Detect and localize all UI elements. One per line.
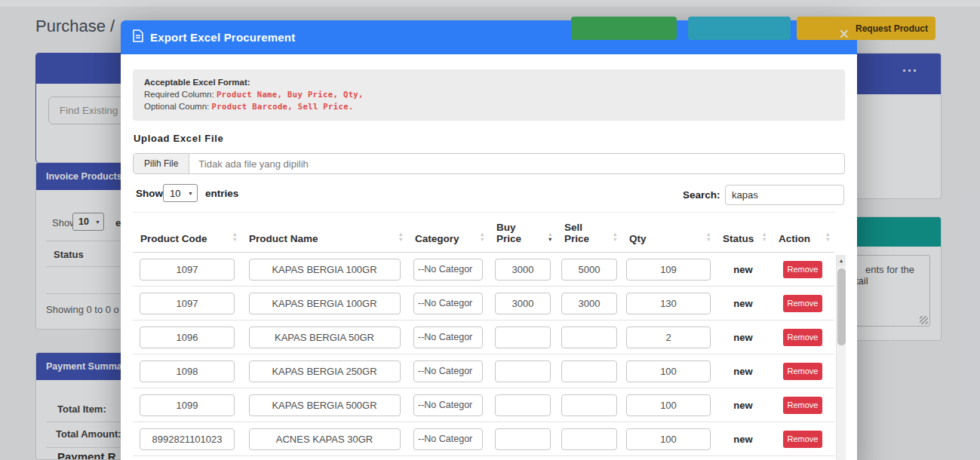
chevron-down-icon: ▼ xyxy=(188,191,193,196)
col-header-label: Status xyxy=(723,233,754,244)
table-page-size-select[interactable]: 10 ▼ xyxy=(163,184,198,202)
col-header-sell-price[interactable]: Sell Price▲▼ xyxy=(557,213,622,252)
remove-button[interactable]: Remove xyxy=(783,329,822,346)
required-label: Required Column: xyxy=(144,90,214,99)
col-header-buy-price[interactable]: Buy Price▲▼ xyxy=(489,213,557,252)
sell-price-input[interactable] xyxy=(561,327,617,348)
optional-label: Optional Coumn: xyxy=(144,102,209,111)
qty-input[interactable] xyxy=(626,327,711,348)
search-label: Search: xyxy=(683,189,720,201)
file-empty-text: Tidak ada file yang dipilih xyxy=(198,158,309,170)
modal-title: Export Excel Procurement xyxy=(150,31,295,44)
format-note: Acceptable Excel Format: Required Column… xyxy=(133,69,845,121)
product-name-input[interactable] xyxy=(249,394,401,416)
export-excel-modal: Export Excel Procurement Acceptable Exce… xyxy=(121,20,857,460)
col-header-qty[interactable]: Qty▲▼ xyxy=(622,213,715,252)
product-code-input[interactable] xyxy=(140,394,235,416)
product-code-input[interactable] xyxy=(140,428,235,450)
category-select[interactable]: --No Categor xyxy=(413,327,483,348)
qty-input[interactable] xyxy=(626,360,711,382)
table-row: --No Categor new Remove xyxy=(133,388,834,422)
product-code-input[interactable] xyxy=(140,360,235,382)
status-text: new xyxy=(733,264,752,275)
product-name-input[interactable] xyxy=(249,259,401,281)
sell-price-input[interactable] xyxy=(561,259,617,281)
category-select[interactable]: --No Categor xyxy=(413,394,483,416)
remove-button[interactable]: Remove xyxy=(783,431,822,448)
product-name-input[interactable] xyxy=(249,360,401,382)
sort-icon: ▲▼ xyxy=(398,232,404,242)
buy-price-input[interactable] xyxy=(495,293,551,314)
table-row: --No Categor new Remove xyxy=(133,354,834,388)
status-text: new xyxy=(733,366,752,377)
products-table: Product Code▲▼ Product Name▲▼ Category▲▼… xyxy=(133,212,834,456)
remove-button[interactable]: Remove xyxy=(783,397,822,414)
col-header-label: Sell Price xyxy=(564,222,596,244)
page-size-value: 10 xyxy=(170,188,180,199)
green-action-button[interactable] xyxy=(571,17,677,40)
col-header-label: Qty xyxy=(629,233,647,244)
table-header-row: Product Code▲▼ Product Name▲▼ Category▲▼… xyxy=(133,212,834,253)
buy-price-input[interactable] xyxy=(495,394,551,416)
table-row: --No Categor new Remove xyxy=(133,320,834,354)
qty-input[interactable] xyxy=(626,394,711,416)
sell-price-input[interactable] xyxy=(561,360,617,382)
excel-file-icon xyxy=(133,29,143,45)
category-select[interactable]: --No Categor xyxy=(413,293,483,314)
buy-price-input[interactable] xyxy=(495,428,551,450)
status-text: new xyxy=(733,400,752,411)
close-icon[interactable]: × xyxy=(833,23,856,45)
col-header-label: Buy Price xyxy=(496,222,528,244)
qty-input[interactable] xyxy=(626,293,711,314)
table-scrollbar[interactable]: ▲ xyxy=(836,255,846,460)
sort-icon: ▲▼ xyxy=(706,232,711,242)
product-code-input[interactable] xyxy=(140,259,235,281)
product-code-input[interactable] xyxy=(140,327,235,348)
product-code-input[interactable] xyxy=(140,293,235,314)
remove-button[interactable]: Remove xyxy=(783,295,822,312)
request-product-button[interactable]: Request Product xyxy=(797,17,935,40)
col-header-category[interactable]: Category▲▼ xyxy=(407,213,489,252)
sort-icon: ▲▼ xyxy=(548,232,553,242)
buy-price-input[interactable] xyxy=(495,259,551,281)
file-input[interactable]: Pilih File Tidak ada file yang dipilih xyxy=(133,153,845,174)
col-header-label: Category xyxy=(415,233,459,244)
scrollbar-thumb[interactable] xyxy=(837,268,846,345)
remove-button[interactable]: Remove xyxy=(783,261,822,278)
choose-file-button[interactable]: Pilih File xyxy=(134,154,189,173)
col-header-product-name[interactable]: Product Name▲▼ xyxy=(241,213,407,252)
sort-icon: ▲▼ xyxy=(825,232,831,242)
optional-columns: Product Barcode, Sell Price. xyxy=(212,102,354,111)
remove-button[interactable]: Remove xyxy=(783,363,822,380)
status-text: new xyxy=(733,434,752,445)
teal-action-button[interactable] xyxy=(688,17,791,40)
sell-price-input[interactable] xyxy=(561,293,617,314)
col-header-status[interactable]: Status▲▼ xyxy=(715,213,771,252)
sell-price-input[interactable] xyxy=(561,428,617,450)
col-header-label: Action xyxy=(779,233,810,244)
col-header-action[interactable]: Action▲▼ xyxy=(771,213,834,252)
category-select[interactable]: --No Categor xyxy=(413,428,483,450)
sell-price-input[interactable] xyxy=(561,394,617,416)
qty-input[interactable] xyxy=(626,428,711,450)
buy-price-input[interactable] xyxy=(495,327,551,348)
sort-icon: ▲▼ xyxy=(613,232,618,242)
product-name-input[interactable] xyxy=(249,428,401,450)
show-label: Show xyxy=(136,188,163,199)
category-select[interactable]: --No Categor xyxy=(413,360,483,382)
qty-input[interactable] xyxy=(626,259,711,281)
buy-price-input[interactable] xyxy=(495,360,551,382)
col-header-label: Product Name xyxy=(249,233,318,244)
col-header-product-code[interactable]: Product Code▲▼ xyxy=(133,213,241,252)
format-note-heading: Acceptable Excel Format: xyxy=(144,78,250,87)
sort-icon: ▲▼ xyxy=(480,232,485,242)
scrollbar-up-arrow-icon[interactable]: ▲ xyxy=(837,255,846,266)
upload-file-label: Upload Excel File xyxy=(134,133,224,144)
search-input[interactable] xyxy=(725,185,844,205)
product-name-input[interactable] xyxy=(249,293,401,314)
status-text: new xyxy=(733,332,752,343)
product-name-input[interactable] xyxy=(249,327,401,348)
sort-icon: ▲▼ xyxy=(232,232,238,242)
category-select[interactable]: --No Categor xyxy=(413,259,483,281)
sort-icon: ▲▼ xyxy=(762,232,767,242)
